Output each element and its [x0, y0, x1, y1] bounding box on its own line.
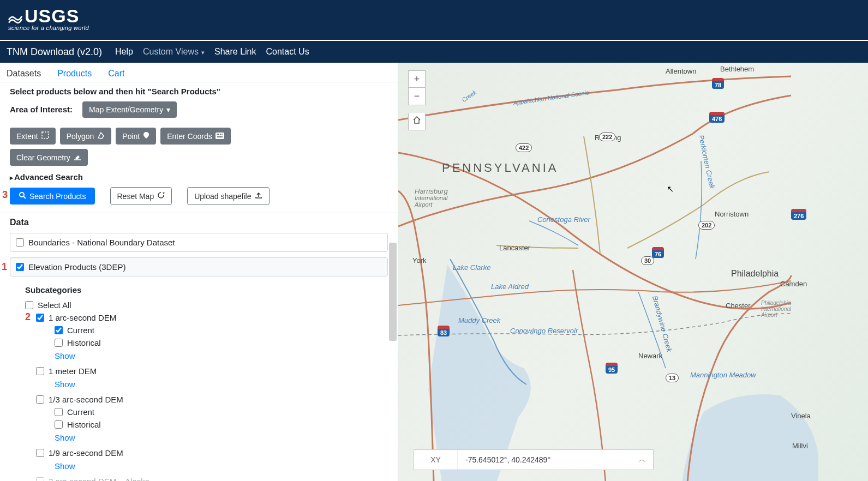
- zoom-out-button[interactable]: −: [408, 88, 426, 105]
- extent-button[interactable]: Extent: [10, 128, 56, 145]
- aoi-label: Area of Interest:: [10, 101, 73, 114]
- map-label-chester: Chester: [726, 302, 751, 310]
- dataset-boundaries[interactable]: Boundaries - National Boundary Dataset: [10, 233, 388, 252]
- caret-down-icon: ▾: [200, 49, 205, 56]
- two-arc-alaska-row[interactable]: 2 arc-second DEM – Alaska: [36, 475, 381, 481]
- svg-rect-7: [217, 136, 223, 137]
- map-label-conowingo: Conowingo Reservoir: [510, 327, 578, 335]
- map-label-york: York: [412, 256, 427, 264]
- usgs-wave-icon: [8, 9, 22, 23]
- one-meter-show-link[interactable]: Show: [55, 377, 381, 393]
- one-arc-show-link[interactable]: Show: [55, 349, 381, 365]
- tab-bar: Datasets Products Cart: [0, 63, 398, 82]
- one-arc-row[interactable]: 2 1 arc-second DEM: [36, 311, 381, 324]
- map-label-phl2: International: [761, 306, 791, 312]
- upload-shapefile-button[interactable]: Upload shapefile: [187, 187, 269, 205]
- extent-icon: [41, 131, 49, 141]
- coord-expand-toggle[interactable]: ︿: [631, 455, 653, 465]
- svg-rect-4: [218, 134, 219, 135]
- tab-products[interactable]: Products: [57, 69, 92, 82]
- aoi-dropdown[interactable]: Map Extent/Geometry ▾: [82, 101, 177, 118]
- third-arc-current-checkbox[interactable]: [55, 408, 63, 416]
- map-label-bethlehem: Bethlehem: [720, 65, 754, 73]
- polygon-button[interactable]: Polygon: [60, 128, 112, 145]
- svg-rect-5: [220, 134, 221, 135]
- third-arc-checkbox[interactable]: [36, 395, 44, 404]
- svg-rect-3: [217, 134, 218, 135]
- ninth-arc-show-link[interactable]: Show: [55, 459, 381, 475]
- enter-coords-button[interactable]: Enter Coords: [160, 128, 230, 145]
- step-1-badge: 1: [2, 261, 7, 273]
- nav-custom-views[interactable]: Custom Views ▾: [143, 47, 205, 57]
- zoom-in-button[interactable]: +: [408, 70, 426, 88]
- tab-cart[interactable]: Cart: [108, 69, 124, 82]
- nav-contact-us[interactable]: Contact Us: [266, 47, 309, 57]
- coord-mode-label[interactable]: XY: [414, 450, 458, 470]
- map-label-hia2: Airport: [415, 201, 432, 208]
- ninth-arc-row[interactable]: 1/9 arc-second DEM: [36, 447, 381, 459]
- ninth-arc-checkbox[interactable]: [36, 449, 44, 457]
- usgs-logo-text: USGS: [25, 5, 79, 27]
- one-arc-current-row[interactable]: Current: [55, 324, 381, 336]
- map-label-mannington: Mannington Meadow: [690, 371, 756, 379]
- one-meter-checkbox[interactable]: [36, 367, 44, 375]
- advanced-search-toggle[interactable]: ▸Advanced Search: [10, 172, 388, 182]
- map-label-hia1: International: [415, 195, 448, 201]
- subcategories-title: Subcategories: [25, 285, 381, 294]
- third-arc-historical-checkbox[interactable]: [55, 420, 63, 429]
- minus-icon: −: [414, 91, 420, 102]
- map-panel[interactable]: + − PENNSYLVANIA Allentown Bethlehem Rea…: [398, 63, 868, 481]
- plus-icon: +: [414, 74, 420, 85]
- point-icon: [143, 131, 149, 141]
- data-section-header: Data: [10, 218, 388, 227]
- scrollbar-thumb[interactable]: [389, 243, 397, 341]
- search-icon: [19, 191, 26, 201]
- map-label-lake-clarke: Lake Clarke: [453, 263, 490, 272]
- point-button[interactable]: Point: [116, 128, 156, 145]
- reset-map-button[interactable]: Reset Map: [110, 187, 172, 205]
- map-label-camden: Camden: [780, 280, 807, 288]
- map-label-state: PENNSYLVANIA: [442, 161, 558, 175]
- shield-i78: 78: [712, 78, 724, 89]
- upload-icon: [255, 191, 262, 201]
- nav-share-link[interactable]: Share Link: [214, 47, 256, 57]
- svg-rect-0: [42, 132, 49, 139]
- tab-datasets[interactable]: Datasets: [7, 69, 41, 82]
- app-title: TNM Download (v2.0): [7, 46, 102, 58]
- one-arc-current-checkbox[interactable]: [55, 326, 63, 334]
- third-arc-historical-row[interactable]: Historical: [55, 418, 381, 431]
- coordinate-bar[interactable]: XY -75.645012°, 40.242489° ︿: [414, 449, 654, 470]
- shield-us202: 202: [698, 221, 715, 230]
- two-arc-alaska-checkbox[interactable]: [36, 477, 44, 481]
- instruction-text: Select products below and then hit "Sear…: [10, 87, 388, 96]
- select-all-checkbox[interactable]: [25, 301, 33, 309]
- map-label-conestoga: Conestoga River: [537, 215, 590, 224]
- dataset-elevation[interactable]: 1 Elevation Products (3DEP): [10, 257, 388, 276]
- third-arc-current-row[interactable]: Current: [55, 406, 381, 418]
- boundaries-checkbox[interactable]: [16, 238, 24, 246]
- elevation-checkbox[interactable]: [16, 263, 24, 271]
- coord-readout: -75.645012°, 40.242489°: [458, 455, 631, 464]
- third-arc-row[interactable]: 1/3 arc-second DEM: [36, 393, 381, 406]
- shield-i83: 83: [438, 326, 450, 336]
- map-label-newark: Newark: [638, 352, 662, 360]
- home-extent-button[interactable]: [408, 113, 426, 130]
- usgs-tagline: science for a changing world: [8, 25, 89, 31]
- one-arc-checkbox[interactable]: [36, 314, 44, 322]
- shield-us13: 13: [666, 374, 679, 382]
- shield-i95: 95: [606, 363, 618, 374]
- third-arc-show-link[interactable]: Show: [55, 431, 381, 447]
- shield-us422: 422: [516, 143, 532, 152]
- search-products-button[interactable]: Search Products: [10, 188, 95, 205]
- one-meter-row[interactable]: 1 meter DEM: [36, 365, 381, 377]
- map-label-muddy: Muddy Creek: [458, 316, 500, 324]
- svg-rect-2: [215, 133, 224, 139]
- one-arc-historical-checkbox[interactable]: [55, 339, 63, 347]
- map-label-harrisburg: Harrisburg: [415, 187, 448, 195]
- keyboard-icon: [215, 132, 224, 141]
- one-arc-historical-row[interactable]: Historical: [55, 336, 381, 349]
- polygon-icon: [97, 131, 105, 141]
- clear-geometry-button[interactable]: Clear Geometry: [10, 149, 88, 166]
- nav-help[interactable]: Help: [115, 47, 133, 57]
- select-all-row[interactable]: Select All: [25, 299, 381, 311]
